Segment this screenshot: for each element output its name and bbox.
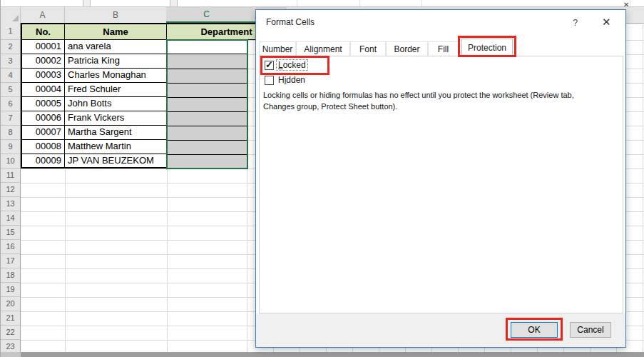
annotation-highlight-locked [260,56,329,75]
row-header-5[interactable]: 5 [1,83,20,97]
hidden-checkbox[interactable] [265,76,274,85]
row-header-19[interactable]: 19 [1,283,20,297]
cell-a9[interactable]: 00008 [21,140,65,154]
formula-bar-divider [170,0,178,6]
table-row-8: 00007Martha Sargent [21,126,167,140]
row-header-column: 1234567891011121314151617181920212223 [1,23,21,352]
cell-a10[interactable]: 00009 [21,154,65,169]
cell-b8[interactable]: Martha Sargent [65,126,167,140]
tab-fill[interactable]: Fill [428,41,459,56]
cancel-button[interactable]: Cancel [570,322,611,338]
table-row-10: 00009JP VAN BEUZEKOM [21,154,167,169]
cell-b10[interactable]: JP VAN BEUZEKOM [65,154,167,169]
help-icon[interactable]: ? [573,17,578,28]
row-header-14[interactable]: 14 [1,211,20,226]
cell-a6[interactable]: 00005 [21,97,65,111]
divider-line [630,0,630,6]
row-header-7[interactable]: 7 [1,111,20,126]
protection-note-text: Locking cells or hiding formulas has no … [263,89,621,112]
selected-range-c2-c10[interactable] [166,39,248,169]
select-all-button[interactable] [1,7,21,23]
row-header-12[interactable]: 12 [1,183,20,197]
select-all-triangle-icon [12,15,19,21]
selection-cell-border [168,111,247,112]
row-header-21[interactable]: 21 [1,311,20,326]
gridline-v [247,169,247,352]
partial-glyph: ✕ [623,1,629,9]
dialog-title: Format Cells [266,17,315,27]
column-header-b[interactable]: B [65,7,167,23]
row-header-10[interactable]: 10 [1,154,20,169]
selection-cell-border [168,140,247,141]
hidden-label-pre: H [278,75,285,85]
table-row-2: 00001ana varela [21,40,167,54]
row-header-9[interactable]: 9 [1,140,20,154]
hidden-label-rest: dden [286,75,305,85]
row-header-11[interactable]: 11 [1,169,20,183]
row-header-6[interactable]: 6 [1,97,20,111]
selection-cell-border [168,69,247,69]
row-header-3[interactable]: 3 [1,54,20,69]
selection-cell-border [168,154,247,155]
row-header-20[interactable]: 20 [1,297,20,311]
selection-cell-border [168,126,247,126]
row-header-13[interactable]: 13 [1,197,20,211]
row-header-8[interactable]: 8 [1,126,20,140]
cell-b6[interactable]: John Botts [65,97,167,111]
gridline-v [643,23,643,352]
cell-b1-name-header[interactable]: Name [65,23,167,40]
cell-b3[interactable]: Patricia King [65,54,167,69]
cell-a8[interactable]: 00007 [21,126,65,140]
table-row-7: 00006Frank Vickers [21,111,167,126]
tab-number[interactable]: Number [259,41,296,56]
tab-border[interactable]: Border [386,41,428,56]
row-header-2[interactable]: 2 [1,40,20,54]
column-header-a[interactable]: A [21,7,65,23]
selection-cell-border [168,83,247,84]
cell-a1-no-header[interactable]: No. [21,23,65,40]
cell-a3[interactable]: 00002 [21,54,65,69]
table-row-3: 00002Patricia King [21,54,167,69]
name-box-divider [83,0,91,6]
row-header-23[interactable]: 23 [1,340,20,352]
cell-b5[interactable]: Fred Schuler [65,83,167,97]
cell-b9[interactable]: Matthew Martin [65,140,167,154]
active-cell-c2[interactable] [168,41,247,54]
row-header-16[interactable]: 16 [1,240,20,254]
cell-b2[interactable]: ana varela [65,40,167,54]
row-header-18[interactable]: 18 [1,268,20,283]
row-header-1[interactable]: 1 [1,23,20,40]
gridline-v [167,169,168,352]
table-row-5: 00004Fred Schuler [21,83,167,97]
row-header-17[interactable]: 17 [1,254,20,268]
cell-a2[interactable]: 00001 [21,40,65,54]
selection-cell-border [168,97,247,98]
table-row-9: 00008Matthew Martin [21,140,167,154]
divider-line [421,0,422,6]
cell-a7[interactable]: 00006 [21,111,65,126]
gridline-v [65,169,66,352]
row-header-4[interactable]: 4 [1,69,20,83]
format-cells-dialog: Format Cells ? ✕ Number Alignment Font B… [255,9,626,348]
tab-alignment[interactable]: Alignment [296,41,350,56]
close-icon[interactable]: ✕ [602,16,611,29]
column-header-c-letter: C [166,7,247,21]
annotation-highlight-ok [506,318,563,341]
excel-window: A B C ✕ 12345678910111213141516171819202… [0,0,644,357]
formula-bar-sliver [1,0,644,7]
cell-a4[interactable]: 00003 [21,69,65,83]
horizontal-scrollbar[interactable] [1,352,644,357]
cell-b7[interactable]: Frank Vickers [65,111,167,126]
cell-b4[interactable]: Charles Monaghan [65,69,167,83]
divider-line [359,0,360,6]
scrollbar-corner [1,352,21,357]
hidden-checkbox-label[interactable]: Hidden [278,75,305,85]
cell-a5[interactable]: 00004 [21,83,65,97]
annotation-highlight-protection-tab [458,36,516,57]
row-header-15[interactable]: 15 [1,226,20,240]
tab-font[interactable]: Font [350,41,386,56]
table-row-4: 00003Charles Monaghan [21,69,167,83]
row-header-22[interactable]: 22 [1,326,20,340]
table-row-6: 00005John Botts [21,97,167,111]
divider-line [297,0,297,6]
